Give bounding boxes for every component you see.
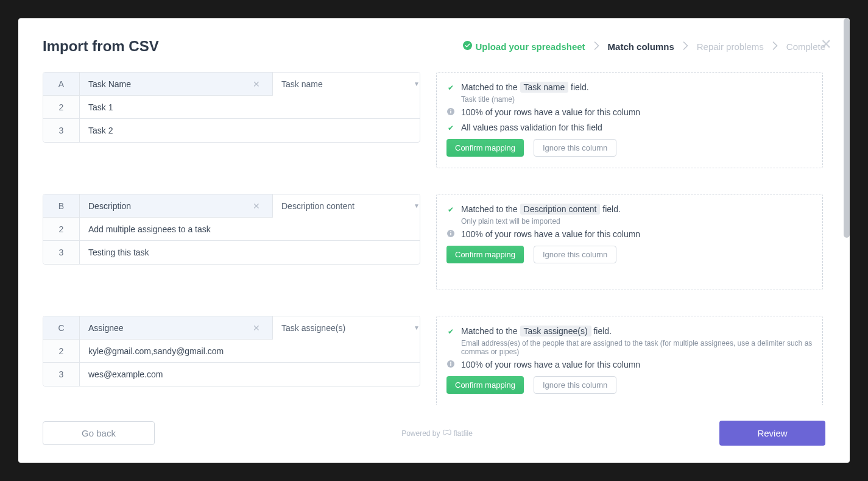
svg-rect-2: [450, 111, 451, 113]
matched-subtitle: Email address(es) of the people that are…: [461, 339, 813, 356]
info-icon: [446, 107, 455, 118]
check-icon: ✔: [446, 82, 455, 93]
columns-scroll-area: A Task Name ✕ Task name ▼ 2 Task 1 3 Ta: [43, 72, 825, 405]
confirm-mapping-button[interactable]: Confirm mapping: [446, 376, 524, 394]
step-repair: Repair problems: [697, 41, 764, 52]
chevron-down-icon: ▼: [414, 324, 420, 331]
target-field-select[interactable]: Task name ▼: [272, 73, 420, 96]
svg-point-3: [450, 109, 451, 110]
clear-mapping-icon[interactable]: ✕: [253, 323, 260, 333]
svg-rect-5: [450, 233, 451, 235]
chevron-right-icon: [683, 41, 688, 52]
match-info-box: ✔ Matched to the Description content fie…: [436, 194, 823, 290]
check-icon: ✔: [446, 204, 455, 215]
svg-point-6: [450, 231, 451, 232]
column-letter: A: [43, 73, 80, 96]
matched-field-chip: Task assignee(s): [520, 326, 591, 337]
flatfile-logo-icon: [443, 429, 451, 438]
import-modal: Import from CSV Upload your spreadsheet …: [18, 18, 850, 463]
review-button[interactable]: Review: [719, 421, 825, 446]
target-field-label: Description content: [281, 201, 355, 211]
svg-point-9: [450, 362, 451, 363]
target-field-label: Task assignee(s): [281, 323, 345, 333]
target-field-select[interactable]: Description content ▼: [272, 194, 420, 218]
close-icon[interactable]: ✕: [820, 37, 831, 52]
step-upload: Upload your spreadsheet: [463, 41, 585, 52]
cell-value: wes@example.com: [80, 363, 420, 386]
check-icon: ✔: [446, 123, 455, 134]
check-icon: ✔: [446, 326, 455, 337]
cell-value: kyle@gmail.com,sandy@gmail.com: [80, 340, 420, 363]
row-number: 3: [43, 363, 80, 386]
cell-value: Testing this task: [80, 241, 420, 264]
check-circle-icon: [463, 41, 472, 52]
ignore-column-button[interactable]: Ignore this column: [534, 376, 616, 394]
row-number: 3: [43, 119, 80, 142]
info-icon: [446, 229, 455, 240]
go-back-button[interactable]: Go back: [43, 421, 155, 445]
chevron-down-icon: ▼: [414, 80, 420, 87]
source-column-name: Description: [80, 201, 244, 211]
rows-have-value-text: 100% of your rows have a value for this …: [461, 228, 640, 241]
matched-subtitle: Only plain text will be imported: [461, 217, 813, 226]
chevron-right-icon: [772, 41, 778, 52]
page-title: Import from CSV: [43, 38, 159, 55]
clear-mapping-icon[interactable]: ✕: [253, 201, 260, 211]
info-icon: [446, 360, 455, 371]
source-preview-table: C Assignee ✕ Task assignee(s) ▼ 2 kyle@g…: [43, 316, 420, 387]
matched-field-chip: Task name: [520, 82, 569, 93]
chevron-right-icon: [594, 41, 599, 52]
modal-footer: Go back Powered by flatfile Review: [18, 411, 850, 463]
match-info-box: ✔ Matched to the Task assignee(s) field.…: [436, 316, 823, 405]
target-field-select[interactable]: Task assignee(s) ▼: [272, 316, 420, 340]
matched-subtitle: Task title (name): [461, 95, 813, 104]
row-number: 2: [43, 218, 80, 241]
match-info-box: ✔ Matched to the Task name field. Task t…: [436, 72, 823, 168]
matched-to-text: Matched to the Task name field.: [461, 81, 589, 94]
cell-value: Task 1: [80, 96, 420, 119]
svg-rect-8: [450, 363, 451, 366]
column-mapping-row: B Description ✕ Description content ▼ 2 …: [43, 194, 823, 290]
source-column-name: Task Name: [80, 79, 244, 89]
row-number: 2: [43, 96, 80, 119]
rows-have-value-text: 100% of your rows have a value for this …: [461, 106, 640, 119]
confirm-mapping-button[interactable]: Confirm mapping: [446, 139, 524, 157]
clear-mapping-icon[interactable]: ✕: [253, 79, 260, 89]
scrollbar[interactable]: [844, 18, 850, 238]
step-indicator: Upload your spreadsheet Match columns Re…: [463, 41, 825, 52]
cell-value: Add multiple assignees to a task: [80, 218, 420, 241]
source-column-name: Assignee: [80, 323, 244, 333]
column-mapping-row: C Assignee ✕ Task assignee(s) ▼ 2 kyle@g…: [43, 316, 823, 405]
cell-value: Task 2: [80, 119, 420, 142]
matched-field-chip: Description content: [520, 204, 601, 215]
source-preview-table: B Description ✕ Description content ▼ 2 …: [43, 194, 420, 265]
target-field-label: Task name: [281, 79, 323, 89]
row-number: 2: [43, 340, 80, 363]
ignore-column-button[interactable]: Ignore this column: [534, 139, 616, 157]
powered-by: Powered by flatfile: [401, 429, 473, 438]
column-letter: C: [43, 316, 80, 340]
confirm-mapping-button[interactable]: Confirm mapping: [446, 246, 524, 263]
source-preview-table: A Task Name ✕ Task name ▼ 2 Task 1 3 Ta: [43, 72, 420, 143]
matched-to-text: Matched to the Task assignee(s) field.: [461, 325, 612, 338]
chevron-down-icon: ▼: [414, 202, 420, 209]
step-match: Match columns: [608, 41, 674, 52]
column-mapping-row: A Task Name ✕ Task name ▼ 2 Task 1 3 Ta: [43, 72, 823, 168]
matched-to-text: Matched to the Description content field…: [461, 203, 621, 216]
column-letter: B: [43, 194, 80, 218]
rows-have-value-text: 100% of your rows have a value for this …: [461, 358, 640, 371]
step-complete: Complete: [786, 41, 825, 52]
ignore-column-button[interactable]: Ignore this column: [534, 246, 616, 263]
validation-pass-text: All values pass validation for this fiel…: [461, 121, 602, 134]
row-number: 3: [43, 241, 80, 264]
